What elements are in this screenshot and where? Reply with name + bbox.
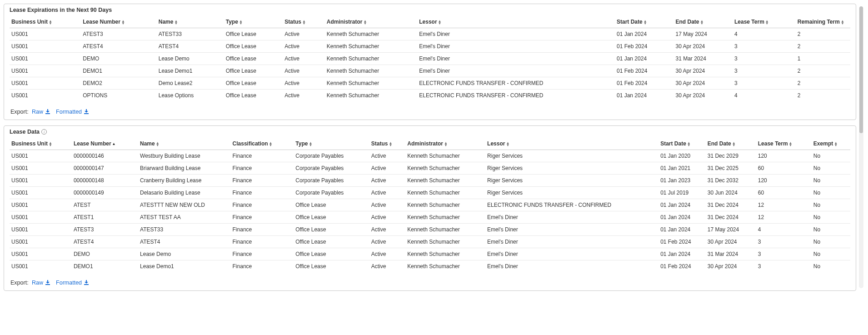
column-header[interactable]: Lessor▲▼ — [485, 138, 658, 150]
table-row[interactable]: US001DEMOLease DemoOffice LeaseActiveKen… — [10, 53, 850, 65]
table-cell: Riger Services — [485, 150, 658, 162]
table-cell: Office Lease — [294, 199, 369, 211]
table-cell: No — [812, 236, 850, 248]
column-header[interactable]: Business Unit▲▼ — [10, 138, 72, 150]
table-row[interactable]: US001ATEST4ATEST4FinanceOffice LeaseActi… — [10, 236, 850, 248]
table-cell: 01 Feb 2024 — [658, 236, 706, 248]
panel-title: Lease Data i — [4, 129, 856, 138]
table-row[interactable]: US001ATEST3ATEST33FinanceOffice LeaseAct… — [10, 224, 850, 236]
table-cell: 3 — [756, 248, 812, 260]
table-cell: Kenneth Schumacher — [405, 236, 485, 248]
table-cell: 01 Jan 2024 — [615, 90, 674, 102]
table-cell: Office Lease — [224, 53, 283, 65]
column-header[interactable]: Lessor▲▼ — [417, 16, 615, 28]
table-row[interactable]: US0010000000149Delasario Building LeaseF… — [10, 187, 850, 199]
table-cell: Kenneth Schumacher — [405, 187, 485, 199]
column-header[interactable]: Status▲▼ — [369, 138, 406, 150]
table-cell: Emel's Diner — [485, 248, 658, 260]
table-cell: 0000000147 — [72, 162, 138, 175]
table-row[interactable]: US0010000000146Westbury Building LeaseFi… — [10, 150, 850, 162]
table-cell: 2 — [796, 77, 850, 90]
column-header[interactable]: Classification▲▼ — [231, 138, 294, 150]
info-icon[interactable]: i — [41, 129, 47, 135]
table-cell: 01 Jan 2024 — [658, 224, 706, 236]
column-header[interactable]: Start Date▲▼ — [615, 16, 674, 28]
table-cell: 3 — [733, 40, 796, 53]
table-cell: Kenneth Schumacher — [405, 211, 485, 224]
column-header[interactable]: Lease Term▲▼ — [756, 138, 812, 150]
table-row[interactable]: US001ATEST1ATEST TEST AAFinanceOffice Le… — [10, 211, 850, 224]
column-header[interactable]: Start Date▲▼ — [658, 138, 706, 150]
table-cell: Lease Demo — [138, 248, 231, 260]
table-cell: 17 May 2024 — [674, 28, 733, 40]
table-cell: 12 — [756, 211, 812, 224]
table-row[interactable]: US001ATEST4ATEST4Office LeaseActiveKenne… — [10, 40, 850, 53]
table-cell: Kenneth Schumacher — [325, 53, 418, 65]
table-cell: Office Lease — [224, 65, 283, 77]
table-cell: Active — [283, 28, 325, 40]
table-cell: Emel's Diner — [417, 65, 615, 77]
table-cell: US001 — [10, 150, 72, 162]
scrollbar-thumb[interactable] — [859, 6, 863, 133]
table-cell: Kenneth Schumacher — [325, 40, 418, 53]
column-header[interactable]: Name▲▼ — [157, 16, 224, 28]
download-icon — [84, 109, 89, 114]
column-header[interactable]: Lease Number▲ — [72, 138, 138, 150]
table-cell: No — [812, 224, 850, 236]
table-row[interactable]: US001ATEST3ATEST33Office LeaseActiveKenn… — [10, 28, 850, 40]
column-header[interactable]: End Date▲▼ — [674, 16, 733, 28]
table-row[interactable]: US001DEMO1Lease Demo1Office LeaseActiveK… — [10, 65, 850, 77]
column-header[interactable]: Status▲▼ — [283, 16, 325, 28]
table-row[interactable]: US001DEMO1Lease Demo1FinanceOffice Lease… — [10, 260, 850, 273]
table-cell: 30 Apr 2024 — [706, 236, 756, 248]
column-header[interactable]: Type▲▼ — [294, 138, 369, 150]
table-cell: Finance — [231, 175, 294, 187]
export-raw-link[interactable]: Raw — [32, 280, 50, 286]
column-header[interactable]: Lease Number▲▼ — [81, 16, 157, 28]
table-row[interactable]: US0010000000148Cranberry Building LeaseF… — [10, 175, 850, 187]
table-cell: 30 Apr 2024 — [674, 40, 733, 53]
table-cell: Lease Demo — [157, 53, 224, 65]
table-cell: Finance — [231, 260, 294, 273]
table-cell: ATEST4 — [157, 40, 224, 53]
table-cell: Finance — [231, 187, 294, 199]
export-formatted-link[interactable]: Formatted — [56, 280, 88, 286]
table-cell: US001 — [10, 53, 81, 65]
export-raw-link[interactable]: Raw — [32, 109, 50, 115]
table-cell: 31 Dec 2032 — [706, 175, 756, 187]
column-header[interactable]: Administrator▲▼ — [405, 138, 485, 150]
export-label: Export: — [10, 280, 29, 286]
table-row[interactable]: US001DEMOLease DemoFinanceOffice LeaseAc… — [10, 248, 850, 260]
table-cell: Active — [283, 40, 325, 53]
column-header[interactable]: Administrator▲▼ — [325, 16, 418, 28]
table-cell: Active — [283, 90, 325, 102]
column-header[interactable]: Remaining Term▲▼ — [796, 16, 850, 28]
column-header[interactable]: Exempt▲▼ — [812, 138, 850, 150]
table-cell: 17 May 2024 — [706, 224, 756, 236]
export-row: Export: Raw Formatted — [4, 272, 856, 286]
column-header[interactable]: Business Unit▲▼ — [10, 16, 81, 28]
table-cell: Office Lease — [294, 224, 369, 236]
table-cell: 30 Apr 2024 — [674, 90, 733, 102]
column-header[interactable]: Lease Term▲▼ — [733, 16, 796, 28]
table-cell: 30 Jun 2024 — [706, 187, 756, 199]
table-row[interactable]: US001ATESTATESTTT NEW NEW OLDFinanceOffi… — [10, 199, 850, 211]
table-cell: No — [812, 248, 850, 260]
table-cell: Finance — [231, 162, 294, 175]
table-cell: Finance — [231, 150, 294, 162]
expirations-table: Business Unit▲▼Lease Number▲▼Name▲▼Type▲… — [10, 16, 850, 101]
table-cell: US001 — [10, 175, 72, 187]
column-header[interactable]: Name▲▼ — [138, 138, 231, 150]
table-cell: No — [812, 199, 850, 211]
export-formatted-link[interactable]: Formatted — [56, 109, 88, 115]
table-cell: 4 — [733, 28, 796, 40]
table-cell: Kenneth Schumacher — [405, 199, 485, 211]
scrollbar-track[interactable] — [859, 6, 863, 288]
table-row[interactable]: US001OPTIONSLease OptionsOffice LeaseAct… — [10, 90, 850, 102]
column-header[interactable]: End Date▲▼ — [706, 138, 756, 150]
table-cell: Finance — [231, 236, 294, 248]
table-row[interactable]: US0010000000147Briarward Building LeaseF… — [10, 162, 850, 175]
table-row[interactable]: US001DEMO2Demo Lease2Office LeaseActiveK… — [10, 77, 850, 90]
table-cell: 2 — [796, 90, 850, 102]
column-header[interactable]: Type▲▼ — [224, 16, 283, 28]
